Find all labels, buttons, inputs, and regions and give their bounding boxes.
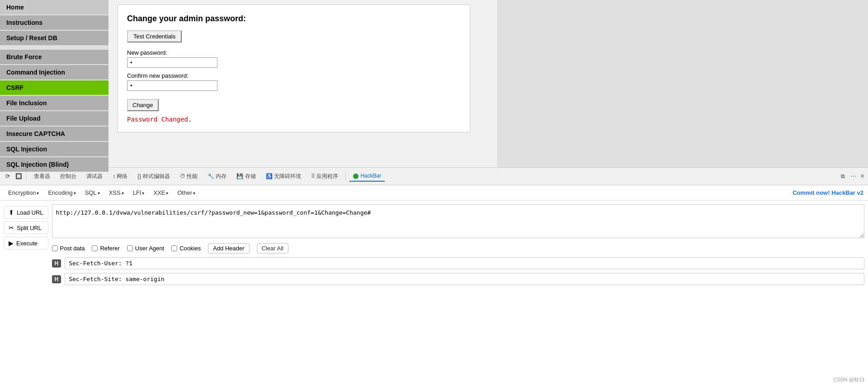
tab-debugger[interactable]: 调试器 (83, 171, 106, 182)
user-agent-option[interactable]: User Agent (127, 245, 164, 252)
change-button[interactable]: Change (127, 99, 159, 111)
url-container: http://127.0.0.1/dvwa/vulnerabilities/cs… (52, 204, 864, 239)
header-input-2[interactable] (65, 273, 864, 285)
xss-arrow: ▾ (122, 191, 124, 196)
add-header-button[interactable]: Add Header (208, 243, 249, 254)
close-devtools-icon[interactable]: × (860, 172, 864, 180)
more-options-icon[interactable]: ··· (850, 172, 856, 180)
hackbar-main-area: http://127.0.0.1/dvwa/vulnerabilities/cs… (52, 204, 864, 381)
user-agent-label: User Agent (135, 245, 164, 252)
xss-menu[interactable]: XSS▾ (105, 188, 127, 197)
sidebar-item-sql-injection-blind[interactable]: SQL Injection (Blind) (0, 157, 108, 172)
referer-option[interactable]: Referer (92, 245, 119, 252)
test-credentials-button[interactable]: Test Credentials (127, 30, 182, 42)
cookies-label: Cookies (179, 245, 201, 252)
xss-label: XSS (109, 189, 121, 196)
lfi-label: LFI (133, 189, 142, 196)
other-menu[interactable]: Other▾ (174, 188, 199, 197)
hackbar-body: ⬆ Load URL ✂ Split URL ▶ Execute http://… (0, 201, 868, 385)
new-password-label: New password: (127, 49, 461, 56)
xxe-menu[interactable]: XXE▾ (150, 188, 172, 197)
sidebar-item-csrf[interactable]: CSRF (0, 80, 108, 95)
xxe-label: XXE (153, 189, 165, 196)
url-textarea[interactable]: http://127.0.0.1/dvwa/vulnerabilities/cs… (52, 204, 864, 238)
clear-all-button[interactable]: Clear All (257, 243, 288, 254)
devtools-bar: ⟳ 🔲 查看器 控制台 调试器 ↕ 网络 {} 样式编辑器 ⏱ 性能 🔧 内存 … (0, 167, 868, 185)
options-row: Post data Referer User Agent Cookies Add… (52, 243, 864, 254)
xxe-arrow: ▾ (166, 191, 168, 196)
encoding-arrow: ▾ (74, 191, 76, 196)
sidebar-item-setup[interactable]: Setup / Reset DB (0, 31, 108, 45)
new-password-input[interactable] (127, 57, 217, 68)
execute-label: Execute (16, 240, 38, 247)
hackbar-menu: Encryption▾ Encoding▾ SQL▾ XSS▾ LFI▾ XXE… (0, 185, 868, 201)
lfi-arrow: ▾ (142, 191, 144, 196)
hackbar-panel: Encryption▾ Encoding▾ SQL▾ XSS▾ LFI▾ XXE… (0, 185, 868, 385)
sidebar-item-file-upload[interactable]: File Upload (0, 111, 108, 126)
tab-performance[interactable]: ⏱ 性能 (176, 171, 201, 182)
content-title: Change your admin password: (127, 14, 461, 23)
encoding-label: Encoding (48, 189, 72, 196)
tab-memory[interactable]: 🔧 内存 (204, 171, 230, 182)
load-url-button[interactable]: ⬆ Load URL (4, 206, 48, 219)
load-url-label: Load URL (17, 209, 43, 216)
tab-application[interactable]: ⠿ 应用程序 (307, 171, 342, 182)
confirm-password-input[interactable] (127, 80, 217, 91)
split-url-label: Split URL (17, 225, 42, 231)
header-input-1[interactable] (65, 257, 864, 269)
execute-icon: ▶ (9, 239, 14, 247)
lfi-menu[interactable]: LFI▾ (129, 188, 148, 197)
back-icon[interactable]: ⟳ (4, 172, 12, 180)
sql-arrow: ▾ (98, 191, 100, 196)
main-content: Change your admin password: Test Credent… (108, 0, 497, 167)
tab-storage[interactable]: 💾 存储 (233, 171, 259, 182)
devtools-right-controls: ⧉ ··· × (839, 172, 864, 180)
right-filler (497, 0, 868, 167)
sql-menu[interactable]: SQL▾ (81, 188, 104, 197)
cookies-option[interactable]: Cookies (171, 245, 201, 252)
confirm-password-label: Confirm new password: (127, 72, 461, 79)
sidebar-item-insecure-captcha[interactable]: Insecure CAPTCHA (0, 127, 108, 141)
referer-label: Referer (100, 245, 119, 252)
hackbar-left-buttons: ⬆ Load URL ✂ Split URL ▶ Execute (4, 204, 48, 381)
expand-icon[interactable]: ⧉ (839, 172, 847, 180)
split-url-icon: ✂ (9, 224, 14, 231)
split-url-button[interactable]: ✂ Split URL (4, 221, 48, 234)
load-url-icon: ⬆ (9, 209, 14, 216)
watermark: CSDN @秋13 (833, 376, 864, 383)
sidebar-item-file-inclusion[interactable]: File Inclusion (0, 96, 108, 110)
inspect-icon[interactable]: 🔲 (14, 172, 23, 180)
sidebar: Home Instructions Setup / Reset DB Brute… (0, 0, 108, 167)
tab-inspector[interactable]: 查看器 (30, 171, 54, 182)
encryption-label: Encryption (8, 189, 36, 196)
post-data-option[interactable]: Post data (52, 245, 85, 252)
tab-network[interactable]: ↕ 网络 (109, 171, 131, 182)
tab-hackbar[interactable]: HackBar (349, 171, 385, 182)
devtools-separator-1 (26, 172, 27, 181)
encryption-menu[interactable]: Encryption▾ (5, 188, 42, 197)
header-badge-2: H (52, 275, 61, 283)
post-data-label: Post data (60, 245, 85, 252)
sidebar-item-sql-injection[interactable]: SQL Injection (0, 142, 108, 156)
header-row-2: H (52, 273, 864, 285)
sidebar-item-command-injection[interactable]: Command Injection (0, 65, 108, 80)
other-label: Other (177, 189, 192, 196)
header-row-1: H (52, 257, 864, 269)
encryption-arrow: ▾ (37, 191, 39, 196)
post-data-checkbox[interactable] (52, 245, 58, 251)
encoding-menu[interactable]: Encoding▾ (44, 188, 79, 197)
user-agent-checkbox[interactable] (127, 245, 133, 251)
cookies-checkbox[interactable] (171, 245, 177, 251)
sidebar-item-home[interactable]: Home (0, 0, 108, 14)
tab-style-editor[interactable]: {} 样式编辑器 (134, 171, 173, 182)
new-password-group: New password: (127, 49, 461, 68)
execute-button[interactable]: ▶ Execute (4, 237, 48, 249)
sidebar-item-brute-force[interactable]: Brute Force (0, 50, 108, 64)
header-badge-1: H (52, 259, 61, 268)
content-box: Change your admin password: Test Credent… (118, 5, 470, 132)
referer-checkbox[interactable] (92, 245, 98, 251)
sidebar-item-instructions[interactable]: Instructions (0, 15, 108, 30)
tab-console[interactable]: 控制台 (57, 171, 80, 182)
devtools-separator-2 (345, 172, 346, 181)
tab-accessibility[interactable]: ♿ 无障碍环境 (262, 171, 305, 182)
